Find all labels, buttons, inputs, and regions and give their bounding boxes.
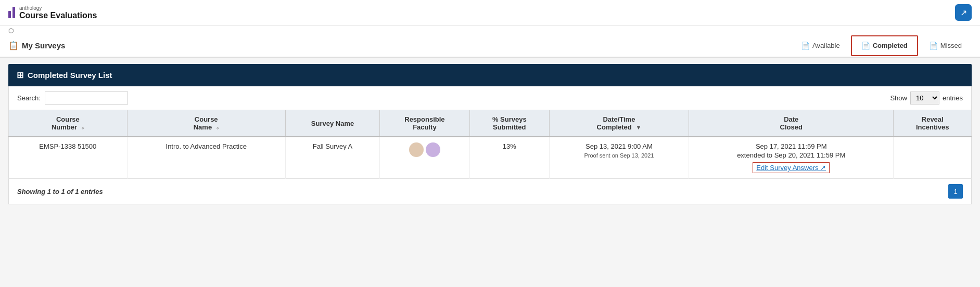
cell-date-completed: Sep 13, 2021 9:00 AM Proof sent on Sep 1… [549,137,689,179]
col-header-responsible-faculty: ResponsibleFaculty [380,110,470,137]
logo-text-area: anthology Course Evaluations [19,5,97,20]
avatar-1 [409,142,424,157]
proof-sent-text: Proof sent on Sep 13, 2021 [556,152,682,159]
sub-header: 📋 My Surveys 📄 Available 📄 Completed 📄 M… [0,34,980,57]
table-row: EMSP-1338 51500 Intro. to Advanced Pract… [9,137,972,179]
percent-submitted-value: 13% [503,142,516,150]
completed-tab-label: Completed [873,42,908,49]
cell-course-name: Intro. to Advanced Practice [127,137,285,179]
col-header-percent-submitted: % SurveysSubmitted [469,110,549,137]
tab-available[interactable]: 📄 Available [791,36,850,56]
completed-tab-icon: 📄 [861,42,870,50]
tab-missed[interactable]: 📄 Missed [919,36,972,56]
sort-icon-course-number: ⬦ [81,125,84,131]
page-title-text: My Surveys [22,41,65,50]
col-header-course-number[interactable]: CourseNumber ⬦ [9,110,128,137]
nav-tabs: 📄 Available 📄 Completed 📄 Missed [791,35,972,56]
show-entries-select[interactable]: 10 25 50 100 [910,92,939,105]
cell-survey-name: Fall Survey A [285,137,379,179]
search-label: Search: [17,94,41,102]
col-header-date-completed[interactable]: Date/TimeCompleted ▼ [549,110,689,137]
missed-tab-icon: 📄 [929,42,938,50]
col-header-course-name[interactable]: CourseName ⬦ [127,110,285,137]
search-area: Search: [17,92,128,105]
logo-top-text: anthology [19,5,97,11]
main-container: ⊞ Completed Survey List Search: Show 10 … [0,58,980,211]
col-header-survey-name: Survey Name [285,110,379,137]
completed-survey-table: CourseNumber ⬦ CourseName ⬦ Survey Name … [8,110,972,179]
page-1-button[interactable]: 1 [948,184,963,199]
page-1-label: 1 [953,188,957,195]
section-header: ⊞ Completed Survey List [8,64,972,86]
edit-survey-answers-link[interactable]: Edit Survey Answers ↗ [753,162,830,173]
table-footer: Showing 1 to 1 of 1 entries 1 [8,179,972,204]
search-input[interactable] [45,92,128,105]
logo-bar-1 [8,11,11,18]
table-header-row: CourseNumber ⬦ CourseName ⬦ Survey Name … [9,110,972,137]
surveys-icon: 📋 [8,41,19,50]
cell-responsible-faculty [380,137,470,179]
date-closed-value: Sep 17, 2021 11:59 PM [695,142,887,150]
course-number-value: EMSP-1338 51500 [39,142,96,150]
cell-course-number: EMSP-1338 51500 [9,137,128,179]
logo-bar-2 [12,7,15,18]
faculty-avatar [409,142,440,157]
cell-reveal-incentives [894,137,972,179]
page-title: 📋 My Surveys [8,41,791,50]
showing-entries-text: Showing 1 to 1 of 1 entries [17,188,103,195]
sort-icon-date-completed: ▼ [635,124,641,131]
col-header-reveal-incentives: RevealIncentives [894,110,972,137]
survey-name-value: Fall Survey A [313,142,353,150]
table-controls: Search: Show 10 25 50 100 entries [8,86,972,110]
avatar-2 [426,142,440,157]
course-name-value: Intro. to Advanced Practice [166,142,247,150]
logo-bottom-text: Course Evaluations [19,11,97,20]
available-tab-label: Available [812,42,840,49]
available-tab-icon: 📄 [801,42,810,50]
tab-completed[interactable]: 📄 Completed [851,35,918,56]
cell-percent-submitted: 13% [469,137,549,179]
logo-bars [8,7,15,18]
section-title: Completed Survey List [28,71,112,80]
top-right-action-button[interactable]: ↗ [955,4,972,21]
pagination: 1 [948,184,963,199]
date-completed-value: Sep 13, 2021 9:00 AM [586,142,653,150]
sort-icon-course-name: ⬦ [216,125,219,131]
logo-area: anthology Course Evaluations [8,5,97,20]
sub-header-external-link[interactable]: ⬡ [8,27,14,34]
cell-date-closed: Sep 17, 2021 11:59 PM extended to Sep 20… [689,137,894,179]
top-header: anthology Course Evaluations ↗ [0,0,980,25]
show-label: Show [890,94,907,102]
entries-label: entries [943,94,963,102]
date-extended-value: extended to Sep 20, 2021 11:59 PM [695,151,887,159]
show-area: Show 10 25 50 100 entries [890,92,963,105]
grid-icon: ⊞ [17,70,23,80]
col-header-date-closed: DateClosed [689,110,894,137]
missed-tab-label: Missed [940,42,962,49]
edit-survey-label: Edit Survey Answers ↗ [756,164,826,172]
